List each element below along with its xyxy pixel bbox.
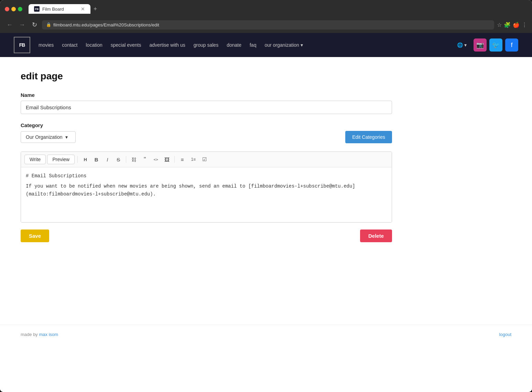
twitter-icon: 🐦: [492, 41, 500, 49]
facebook-icon: f: [511, 42, 512, 49]
code-button[interactable]: <>: [151, 155, 161, 164]
nav-movies[interactable]: movies: [39, 42, 54, 48]
nav-contact[interactable]: contact: [62, 42, 77, 48]
delete-button[interactable]: Delete: [360, 229, 392, 242]
site-logo[interactable]: FB: [14, 37, 30, 53]
tab-bar: FB Film Board ✕ +: [29, 4, 527, 14]
tab-close-button[interactable]: ✕: [81, 6, 85, 12]
dropdown-chevron-icon: ▾: [301, 42, 303, 48]
footer-credit: made by max isom: [21, 332, 58, 337]
quote-button[interactable]: ": [140, 155, 150, 164]
strikethrough-button[interactable]: S: [113, 155, 123, 164]
category-chevron-icon: ▾: [65, 134, 68, 140]
page-title: edit page: [21, 71, 392, 82]
toolbar-separator-1: [77, 156, 78, 163]
maximize-button[interactable]: [18, 7, 22, 11]
ordered-list-button[interactable]: 1≡: [188, 155, 198, 164]
site-footer: made by max isom logout: [0, 325, 532, 344]
site-content: FB movies contact location special event…: [0, 33, 532, 392]
toolbar-separator-2: [126, 156, 126, 163]
traffic-lights: [5, 7, 22, 11]
minimize-button[interactable]: [11, 7, 16, 11]
extension-icon[interactable]: 🧩: [504, 22, 511, 28]
author-link[interactable]: max isom: [39, 332, 58, 337]
reload-button[interactable]: ↻: [30, 20, 39, 30]
unordered-list-button[interactable]: ≡: [177, 155, 187, 164]
site-nav: FB movies contact location special event…: [0, 33, 532, 57]
made-by-text: made by: [21, 332, 38, 337]
nav-group-sales[interactable]: group sales: [194, 42, 218, 48]
user-dropdown-icon: ▾: [464, 42, 467, 48]
bold-button[interactable]: B: [91, 155, 101, 164]
menu-icon[interactable]: ⋮: [522, 22, 527, 28]
edit-categories-button[interactable]: Edit Categories: [345, 131, 392, 143]
nav-our-organization[interactable]: our organization ▾: [264, 42, 303, 48]
editor-content-line2: If you want to be notified when new movi…: [26, 182, 387, 198]
nav-donate[interactable]: donate: [227, 42, 241, 48]
url-text: filmboard.mtu.edu/pages/Email%20Subscrip…: [53, 22, 159, 27]
action-row: Save Delete: [21, 229, 392, 242]
nav-advertise[interactable]: advertise with us: [149, 42, 185, 48]
browser-titlebar: FB Film Board ✕ +: [0, 0, 532, 18]
logout-link[interactable]: logout: [499, 332, 511, 337]
tab-favicon: FB: [34, 6, 40, 12]
italic-button[interactable]: I: [102, 155, 112, 164]
write-tab[interactable]: Write: [24, 155, 46, 164]
name-field-group: Name: [21, 92, 392, 114]
link-button[interactable]: ⛓: [129, 155, 139, 164]
nav-links: movies contact location special events a…: [39, 42, 450, 48]
forward-button[interactable]: →: [17, 20, 27, 30]
heading-button[interactable]: H: [80, 155, 90, 164]
new-tab-button[interactable]: +: [90, 4, 100, 14]
name-label: Name: [21, 92, 392, 98]
facebook-button[interactable]: f: [505, 38, 518, 52]
category-row: Our Organization ▾ Edit Categories: [21, 131, 392, 143]
profile-icon[interactable]: 🍎: [513, 22, 520, 28]
browser-toolbar-right: ☆ 🧩 🍎 ⋮: [497, 22, 527, 28]
category-dropdown[interactable]: Our Organization ▾: [21, 131, 76, 143]
social-links: 📷 🐦 f: [474, 38, 518, 52]
nav-special-events[interactable]: special events: [111, 42, 141, 48]
save-button[interactable]: Save: [21, 229, 49, 242]
tab-title: Film Board: [42, 7, 64, 12]
name-input[interactable]: [21, 101, 392, 114]
close-button[interactable]: [5, 7, 9, 11]
address-bar-row: ← → ↻ 🔒 filmboard.mtu.edu/pages/Email%20…: [0, 18, 532, 33]
image-button[interactable]: 🖼: [162, 155, 172, 164]
active-tab[interactable]: FB Film Board ✕: [29, 4, 90, 14]
globe-icon: 🌐: [457, 42, 463, 48]
nav-faq[interactable]: faq: [250, 42, 256, 48]
task-list-button[interactable]: ☑: [199, 155, 209, 164]
address-bar[interactable]: 🔒 filmboard.mtu.edu/pages/Email%20Subscr…: [42, 20, 494, 30]
nav-location[interactable]: location: [86, 42, 102, 48]
category-field-group: Category Our Organization ▾ Edit Categor…: [21, 122, 392, 143]
preview-tab[interactable]: Preview: [47, 155, 75, 164]
lock-icon: 🔒: [46, 22, 51, 27]
toolbar-separator-3: [174, 156, 175, 163]
editor-container: Write Preview H B I S ⛓ " <> 🖼 ≡ 1≡ ☑: [21, 152, 392, 223]
star-icon[interactable]: ☆: [497, 22, 502, 28]
instagram-icon: 📷: [476, 41, 484, 49]
main-content: edit page Name Category Our Organization…: [0, 57, 413, 256]
our-org-label: our organization: [264, 42, 299, 48]
instagram-button[interactable]: 📷: [474, 38, 487, 52]
editor-content-line1: # Email Subscriptions: [26, 172, 387, 180]
category-label: Category: [21, 122, 392, 128]
browser-window: FB Film Board ✕ + ← → ↻ 🔒 filmboard.mtu.…: [0, 0, 532, 392]
editor-body[interactable]: # Email Subscriptions If you want to be …: [21, 167, 392, 222]
editor-toolbar: Write Preview H B I S ⛓ " <> 🖼 ≡ 1≡ ☑: [21, 152, 392, 167]
category-value: Our Organization: [26, 134, 63, 140]
user-menu[interactable]: 🌐 ▾: [457, 42, 467, 48]
twitter-button[interactable]: 🐦: [489, 38, 502, 52]
back-button[interactable]: ←: [5, 20, 14, 30]
